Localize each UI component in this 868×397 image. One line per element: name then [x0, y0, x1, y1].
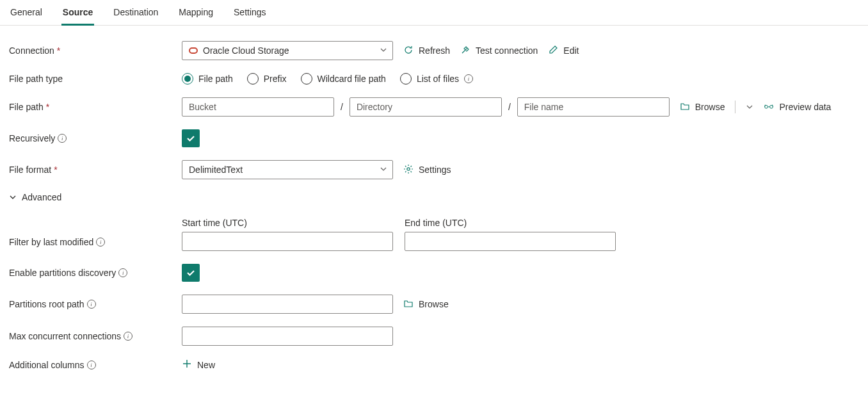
divider [735, 101, 735, 113]
radio-file-path-label: File path [198, 74, 233, 84]
recursively-label: Recursively [9, 133, 55, 143]
advanced-label: Advanced [22, 192, 61, 202]
radio-circle-icon [400, 73, 412, 85]
gear-icon [403, 164, 414, 176]
glasses-icon [764, 101, 774, 113]
enable-partitions-checkbox[interactable] [182, 264, 200, 282]
check-icon [186, 268, 196, 278]
tab-mapping[interactable]: Mapping [177, 2, 214, 26]
oracle-icon [189, 47, 198, 54]
edit-icon [548, 45, 558, 57]
info-icon[interactable]: i [58, 134, 67, 143]
start-time-label: Start time (UTC) [182, 218, 393, 228]
required-mark: * [54, 165, 57, 175]
path-separator: / [341, 102, 343, 112]
connection-value: Oracle Cloud Storage [203, 45, 289, 56]
info-icon[interactable]: i [87, 300, 96, 309]
info-icon[interactable]: i [118, 268, 127, 277]
file-format-select[interactable]: DelimitedText [182, 160, 393, 179]
info-icon[interactable]: i [96, 238, 105, 247]
radio-circle-icon [182, 73, 193, 85]
file-format-value: DelimitedText [189, 165, 243, 175]
file-path-type-label: File path type [9, 74, 63, 84]
radio-wildcard[interactable]: Wildcard file path [301, 73, 386, 85]
radio-circle-icon [247, 73, 259, 85]
partitions-browse-button[interactable]: Browse [403, 298, 449, 311]
tab-settings[interactable]: Settings [232, 2, 268, 26]
recursively-checkbox[interactable] [182, 129, 200, 147]
tab-general[interactable]: General [9, 2, 44, 26]
max-concurrent-input[interactable] [182, 327, 393, 346]
format-settings-label: Settings [419, 165, 451, 175]
connection-select[interactable]: Oracle Cloud Storage [182, 41, 393, 60]
bucket-input[interactable] [182, 97, 334, 117]
max-concurrent-label: Max concurrent connections [9, 331, 121, 341]
path-separator: / [508, 102, 511, 112]
check-icon [186, 133, 196, 143]
radio-prefix[interactable]: Prefix [247, 73, 287, 85]
chevron-down-icon [746, 103, 753, 111]
svg-point-2 [407, 167, 410, 170]
new-column-button[interactable]: New [182, 359, 215, 371]
plus-icon [182, 359, 192, 371]
required-mark: * [57, 45, 60, 56]
radio-list-of-files[interactable]: List of files i [400, 73, 473, 85]
start-time-input[interactable] [182, 232, 393, 251]
new-column-label: New [197, 360, 215, 370]
tab-destination[interactable]: Destination [112, 2, 159, 26]
edit-label: Edit [563, 45, 579, 56]
chevron-down-icon [380, 45, 387, 56]
info-icon[interactable]: i [464, 74, 473, 83]
refresh-label: Refresh [419, 45, 450, 56]
info-icon[interactable]: i [87, 361, 96, 369]
source-form: Connection * Oracle Cloud Storage Refres… [0, 26, 868, 397]
partitions-root-path-input[interactable] [182, 295, 393, 314]
radio-wildcard-label: Wildcard file path [317, 74, 386, 84]
radio-circle-icon [301, 73, 312, 85]
file-format-label: File format [9, 165, 51, 175]
format-settings-button[interactable]: Settings [403, 164, 451, 176]
additional-columns-label: Additional columns [9, 360, 84, 370]
required-mark: * [46, 102, 49, 112]
filter-last-modified-label: Filter by last modified [9, 237, 93, 247]
info-icon[interactable]: i [124, 332, 133, 341]
radio-prefix-label: Prefix [264, 74, 287, 84]
refresh-button[interactable]: Refresh [403, 45, 450, 57]
connection-label: Connection [9, 45, 54, 56]
radio-list-label: List of files [417, 74, 459, 84]
chevron-down-icon [9, 193, 17, 201]
end-time-label: End time (UTC) [405, 218, 616, 228]
plug-icon [460, 45, 470, 57]
end-time-input[interactable] [405, 232, 616, 251]
tabs-bar: General Source Destination Mapping Setti… [0, 0, 868, 26]
file-path-label: File path [9, 102, 44, 112]
tab-source[interactable]: Source [61, 2, 94, 26]
browse-button[interactable]: Browse [680, 101, 725, 113]
folder-icon [403, 298, 414, 311]
partitions-root-path-label: Partitions root path [9, 299, 84, 309]
browse-dropdown[interactable] [746, 103, 753, 111]
test-connection-button[interactable]: Test connection [460, 45, 538, 57]
preview-data-label: Preview data [779, 102, 831, 112]
advanced-toggle[interactable]: Advanced [9, 192, 859, 202]
folder-icon [680, 101, 690, 113]
browse-label: Browse [695, 102, 725, 112]
radio-file-path[interactable]: File path [182, 73, 233, 85]
preview-data-button[interactable]: Preview data [764, 101, 831, 113]
directory-input[interactable] [350, 97, 502, 117]
filename-input[interactable] [517, 97, 670, 117]
partitions-browse-label: Browse [419, 299, 449, 309]
refresh-icon [403, 45, 414, 57]
enable-partitions-label: Enable partitions discovery [9, 268, 116, 278]
test-connection-label: Test connection [476, 45, 538, 56]
chevron-down-icon [380, 165, 387, 175]
edit-button[interactable]: Edit [548, 45, 579, 57]
